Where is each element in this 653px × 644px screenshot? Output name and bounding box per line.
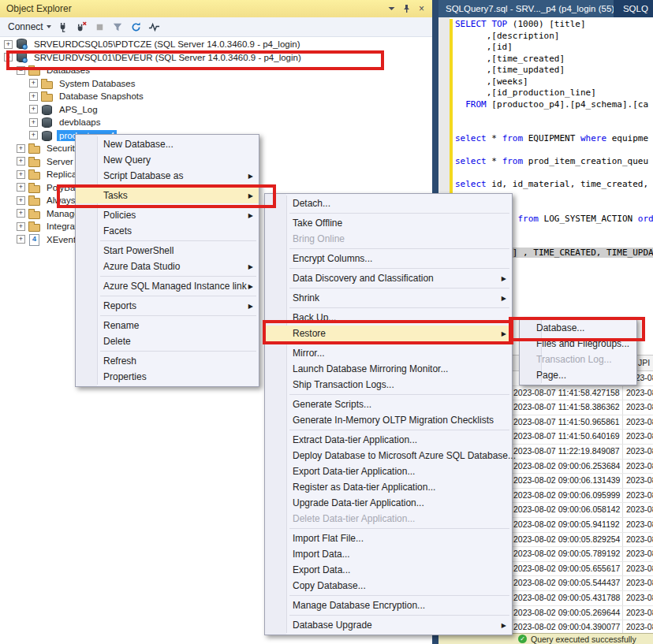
grid-cell-time-created[interactable]: 2023-08-02 09:00:06.058142 bbox=[509, 503, 622, 517]
collapse-icon[interactable]: − bbox=[17, 66, 25, 75]
disconnect-plug-icon[interactable] bbox=[73, 19, 90, 35]
expand-icon[interactable]: + bbox=[29, 118, 38, 127]
grid-cell-time-created[interactable]: 2023-08-07 11:41:58.427158 bbox=[509, 386, 622, 400]
menu-item[interactable]: Data Discovery and Classification▶ bbox=[265, 270, 512, 286]
expand-icon[interactable]: + bbox=[29, 131, 38, 140]
menu-item[interactable]: Refresh bbox=[76, 353, 259, 369]
expand-icon[interactable]: + bbox=[29, 92, 38, 101]
menu-item[interactable]: Export Data-tier Application... bbox=[265, 463, 512, 479]
grid-cell-time-created[interactable]: 2023-08-02 09:00:05.544437 bbox=[509, 576, 622, 590]
expand-icon[interactable]: + bbox=[29, 105, 38, 114]
grid-cell-time-updated[interactable]: 2023-08-0 bbox=[622, 400, 653, 415]
grid-cell-time-created[interactable]: 2023-08-07 11:41:50.965861 bbox=[509, 415, 622, 430]
menu-item[interactable]: Page... bbox=[520, 367, 636, 383]
expand-icon[interactable]: + bbox=[17, 209, 25, 218]
grid-cell-time-created[interactable]: 2023-08-02 09:00:06.131439 bbox=[509, 474, 622, 488]
menu-item[interactable]: Rename bbox=[76, 318, 259, 333]
activity-monitor-icon[interactable] bbox=[146, 19, 162, 35]
expand-icon[interactable]: + bbox=[4, 40, 13, 49]
menu-item[interactable]: Upgrade Data-tier Application... bbox=[265, 495, 512, 511]
grid-cell-time-updated[interactable]: 2023-08-0 bbox=[622, 489, 653, 503]
grid-cell-time-created[interactable]: 2023-08-02 09:00:06.253684 bbox=[509, 460, 622, 474]
tab-sqlquery7[interactable]: SQLQuery7.sql - SRV..._p4 (p4_login (55)… bbox=[438, 0, 614, 17]
menu-item[interactable]: Properties bbox=[76, 369, 259, 385]
menu-item[interactable]: Database... bbox=[520, 320, 636, 336]
grid-cell-time-created[interactable]: 2023-08-07 11:41:58.386362 bbox=[509, 400, 622, 415]
menu-item[interactable]: Policies▶ bbox=[76, 207, 259, 223]
expand-icon[interactable]: + bbox=[17, 144, 25, 153]
menu-item[interactable]: Encrypt Columns... bbox=[265, 251, 512, 266]
stop-icon[interactable] bbox=[91, 19, 108, 35]
close-icon[interactable]: × bbox=[415, 2, 428, 15]
grid-cell-time-created[interactable]: 2023-08-02 09:00:04.390077 bbox=[509, 620, 622, 634]
grid-cell-time-created[interactable]: 2023-08-02 09:00:05.431788 bbox=[509, 591, 622, 605]
grid-cell-time-created[interactable]: 2023-08-02 09:00:05.269644 bbox=[509, 606, 622, 620]
expand-icon[interactable]: + bbox=[17, 157, 25, 166]
grid-cell-time-updated[interactable]: 2023-08-0 bbox=[622, 547, 653, 561]
menu-item[interactable]: Take Offline bbox=[265, 215, 512, 231]
grid-cell-time-updated[interactable]: 2023-08-0 bbox=[622, 518, 653, 532]
grid-cell-time-created[interactable]: 2023-08-02 09:00:05.941192 bbox=[509, 518, 622, 532]
menu-item[interactable]: New Database... bbox=[76, 136, 259, 152]
menu-item[interactable]: Detach... bbox=[265, 195, 512, 211]
results-grid[interactable]: JPI 2023-08-02023-08-07 11:41:58.4271582… bbox=[509, 355, 653, 634]
grid-cell-time-created[interactable]: 2023-08-02 09:00:05.789192 bbox=[509, 547, 622, 561]
menu-item[interactable]: Import Flat File... bbox=[265, 530, 512, 546]
grid-cell-time-updated[interactable]: 2023-08-0 bbox=[622, 445, 653, 459]
grid-cell-time-created[interactable]: 2023-08-07 11:41:50.640169 bbox=[509, 430, 622, 444]
menu-item[interactable]: Shrink▶ bbox=[265, 290, 512, 306]
menu-item[interactable]: Extract Data-tier Application... bbox=[265, 432, 512, 448]
tab-sqlquery-partial[interactable]: SQLQ bbox=[616, 0, 653, 17]
grid-cell-time-updated[interactable]: 2023-08-0 bbox=[622, 591, 653, 605]
tree-row[interactable]: +System Databases bbox=[0, 77, 432, 91]
grid-cell-time-updated[interactable]: 2023-08-0 bbox=[622, 386, 653, 400]
menu-item[interactable]: Generate Scripts... bbox=[265, 396, 512, 412]
grid-cell-time-created[interactable]: 2023-08-02 09:00:06.095999 bbox=[509, 489, 622, 503]
menu-item[interactable]: Restore▶ bbox=[265, 326, 512, 341]
menu-item[interactable]: Manage Database Encryption... bbox=[265, 597, 512, 613]
menu-item[interactable]: Reports▶ bbox=[76, 298, 259, 314]
menu-item[interactable]: Database Upgrade▶ bbox=[265, 617, 512, 633]
pin-icon[interactable] bbox=[400, 2, 413, 15]
menu-item[interactable]: Import Data... bbox=[265, 546, 512, 562]
grid-cell-time-updated[interactable]: 2023-08-0 bbox=[622, 503, 653, 517]
menu-item[interactable]: Back Up... bbox=[265, 310, 512, 326]
filter-icon[interactable] bbox=[110, 19, 126, 35]
grid-cell-time-created[interactable]: 2023-08-02 09:00:05.655617 bbox=[509, 562, 622, 576]
menu-item[interactable]: Start PowerShell bbox=[76, 243, 259, 259]
menu-item[interactable]: Copy Database... bbox=[265, 578, 512, 594]
tree-row[interactable]: −SRVEURDVSQL01\DEVEUR (SQL Server 14.0.3… bbox=[0, 51, 432, 65]
grid-cell-time-updated[interactable]: 2023-08-0 bbox=[622, 576, 653, 590]
menu-item[interactable]: Generate In-Memory OLTP Migration Checkl… bbox=[265, 412, 512, 428]
menu-item[interactable]: Mirror... bbox=[265, 345, 512, 361]
menu-item[interactable]: Azure SQL Managed Instance link▶ bbox=[76, 278, 259, 294]
grid-cell-time-updated[interactable]: 2023-08-0 bbox=[622, 474, 653, 488]
grid-cell-time-updated[interactable]: 2023-08-0 bbox=[622, 620, 653, 634]
grid-cell-time-updated[interactable]: 2023-08-0 bbox=[622, 430, 653, 444]
refresh-icon[interactable] bbox=[128, 19, 144, 35]
expand-icon[interactable]: + bbox=[17, 222, 25, 231]
grid-cell-time-created[interactable]: 2023-08-02 09:00:05.829254 bbox=[509, 533, 622, 547]
menu-item[interactable]: Files and Filegroups... bbox=[520, 336, 636, 352]
expand-icon[interactable]: + bbox=[17, 196, 25, 205]
window-position-icon[interactable] bbox=[385, 2, 398, 15]
collapse-icon[interactable]: − bbox=[4, 53, 13, 61]
expand-icon[interactable]: + bbox=[17, 183, 25, 192]
tree-row[interactable]: +Database Snapshots bbox=[0, 90, 432, 103]
connect-button[interactable]: Connect bbox=[5, 21, 54, 32]
menu-item[interactable]: Ship Transaction Logs... bbox=[265, 377, 512, 393]
tree-row[interactable]: −Databases bbox=[0, 64, 432, 77]
expand-icon[interactable]: + bbox=[17, 235, 25, 244]
grid-cell-time-updated[interactable]: 2023-08-0 bbox=[622, 415, 653, 430]
connect-plug-icon[interactable] bbox=[55, 19, 72, 35]
menu-item[interactable]: Azure Data Studio▶ bbox=[76, 259, 259, 274]
tree-row[interactable]: +APS_Log bbox=[0, 103, 432, 117]
menu-item[interactable]: Deploy Database to Microsoft Azure SQL D… bbox=[265, 448, 512, 463]
menu-item[interactable]: Delete bbox=[76, 333, 259, 349]
grid-cell-time-updated[interactable]: 2023-08-0 bbox=[622, 606, 653, 620]
menu-item[interactable]: Register as Data-tier Application... bbox=[265, 479, 512, 495]
menu-item[interactable]: Script Database as▶ bbox=[76, 168, 259, 184]
grid-cell-time-created[interactable]: 2023-08-07 11:22:19.849087 bbox=[509, 445, 622, 459]
grid-cell-time-updated[interactable]: 2023-08-0 bbox=[622, 562, 653, 576]
tree-row[interactable]: +SRVEURDCSQL05\PDTCZE (SQL Server 14.0.3… bbox=[0, 38, 432, 51]
